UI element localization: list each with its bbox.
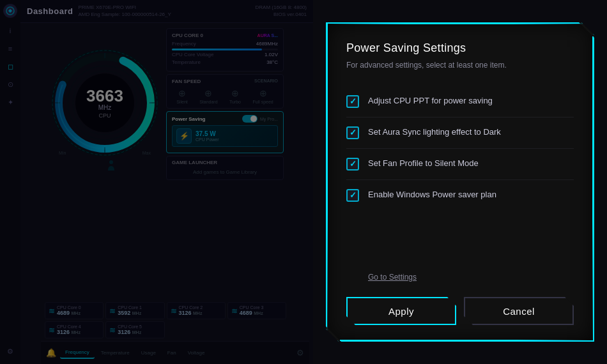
dialog-title: Power Saving Settings (346, 42, 574, 55)
dialog-glow-left (327, 24, 328, 340)
dialog-glow-top (327, 23, 593, 24)
checkbox-list: Adjust CPU PPT for power saving Set Aura… (346, 86, 574, 266)
checkbox-win-power[interactable]: Enable Windows Power saver plan (346, 180, 574, 211)
dialog-subtitle: For advanced settings, select at least o… (346, 60, 574, 71)
dashboard-overlay (0, 0, 313, 364)
power-saving-dialog: Power Saving Settings For advanced setti… (326, 22, 594, 342)
checkbox-label-aura-sync: Set Aura Sync lighting effect to Dark (368, 127, 501, 138)
checkbox-box-cpu-ppt[interactable] (346, 95, 359, 108)
checkbox-box-aura-sync[interactable] (346, 126, 359, 139)
apply-button[interactable]: Apply (346, 297, 456, 325)
checkbox-label-win-power: Enable Windows Power saver plan (368, 190, 496, 201)
checkbox-box-fan-profile[interactable] (346, 158, 359, 171)
checkbox-label-fan-profile: Set Fan Profile to Silent Mode (368, 158, 479, 169)
checkbox-aura-sync[interactable]: Set Aura Sync lighting effect to Dark (346, 118, 574, 149)
checkbox-box-win-power[interactable] (346, 189, 359, 202)
go-to-settings-link[interactable]: Go to Settings (346, 266, 574, 284)
checkbox-label-cpu-ppt: Adjust CPU PPT for power saving (368, 96, 493, 107)
cancel-button[interactable]: Cancel (464, 297, 574, 325)
dialog-glow-right (592, 36, 594, 340)
dialog-buttons: Apply Cancel (346, 297, 574, 325)
checkbox-cpu-ppt[interactable]: Adjust CPU PPT for power saving (346, 86, 574, 118)
dialog-glow-bottom (340, 340, 593, 341)
checkbox-fan-profile[interactable]: Set Fan Profile to Silent Mode (346, 149, 574, 180)
